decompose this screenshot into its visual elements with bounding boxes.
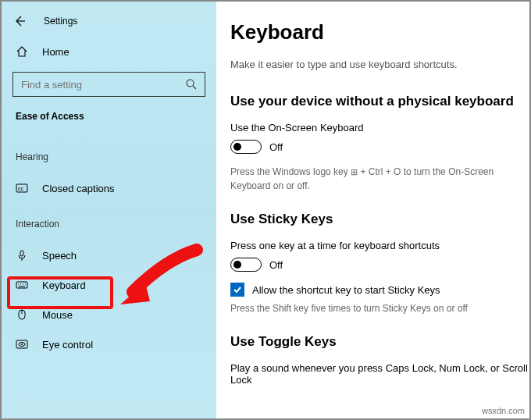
osk-toggle-label: Use the On-Screen Keyboard (230, 122, 529, 133)
svg-text:cc: cc (18, 186, 24, 191)
nav-label: Closed captions (42, 183, 115, 194)
svg-point-16 (21, 343, 23, 345)
nav-label: Speech (42, 250, 77, 262)
sticky-toggle[interactable] (230, 258, 262, 272)
captions-icon: cc (16, 182, 28, 194)
search-icon (185, 78, 198, 91)
sticky-shortcut-checkbox[interactable] (230, 283, 244, 297)
sidebar-item-speech[interactable]: Speech (2, 240, 216, 270)
page-title: Keyboard (230, 20, 529, 44)
sticky-shortcut-label: Allow the shortcut key to start Sticky K… (252, 284, 440, 296)
section-title: Ease of Access (2, 108, 216, 136)
section-heading-toggle-keys: Use Toggle Keys (230, 334, 529, 350)
sticky-toggle-label: Press one key at a time for keyboard sho… (230, 240, 529, 251)
windows-key-icon: ⊞ (351, 167, 358, 176)
mouse-icon (16, 308, 28, 321)
svg-point-1 (187, 80, 194, 87)
main-content: Keyboard Make it easier to type and use … (216, 2, 529, 418)
watermark: wsxdn.com (482, 406, 525, 415)
page-subtitle: Make it easier to type and use keyboard … (230, 59, 529, 70)
toggle-keys-desc: Play a sound whenever you press Caps Loc… (230, 362, 529, 386)
sticky-hint: Press the Shift key five times to turn S… (230, 301, 511, 315)
sticky-toggle-state: Off (269, 259, 283, 271)
home-icon (16, 45, 28, 58)
group-interaction: Interaction (2, 203, 216, 240)
sidebar-item-keyboard[interactable]: Keyboard (2, 270, 216, 300)
nav-label: Eye control (42, 339, 93, 351)
settings-sidebar: Settings Home Ease of Access Hearing cc … (2, 2, 216, 418)
group-hearing: Hearing (2, 136, 216, 173)
home-label: Home (42, 46, 69, 58)
osk-toggle[interactable] (230, 140, 262, 154)
microphone-icon (16, 249, 28, 262)
section-heading-sticky: Use Sticky Keys (230, 212, 529, 227)
svg-line-2 (193, 86, 196, 89)
window-title: Settings (44, 16, 77, 27)
sidebar-item-home[interactable]: Home (2, 37, 216, 66)
osk-hint: Press the Windows logo key ⊞ + Ctrl + O … (230, 165, 511, 193)
back-button[interactable] (12, 14, 27, 28)
search-input[interactable] (12, 72, 205, 97)
osk-toggle-state: Off (269, 141, 283, 153)
sidebar-item-eye-control[interactable]: Eye control (2, 329, 216, 359)
svg-rect-6 (16, 282, 27, 288)
sidebar-item-closed-captions[interactable]: cc Closed captions (2, 173, 216, 203)
sidebar-item-mouse[interactable]: Mouse (2, 300, 216, 329)
keyboard-icon (16, 279, 28, 291)
section-heading-osk: Use your device without a physical keybo… (230, 94, 529, 109)
svg-rect-5 (20, 251, 23, 256)
nav-label: Keyboard (42, 279, 86, 291)
nav-label: Mouse (42, 309, 73, 321)
eye-icon (16, 338, 28, 351)
